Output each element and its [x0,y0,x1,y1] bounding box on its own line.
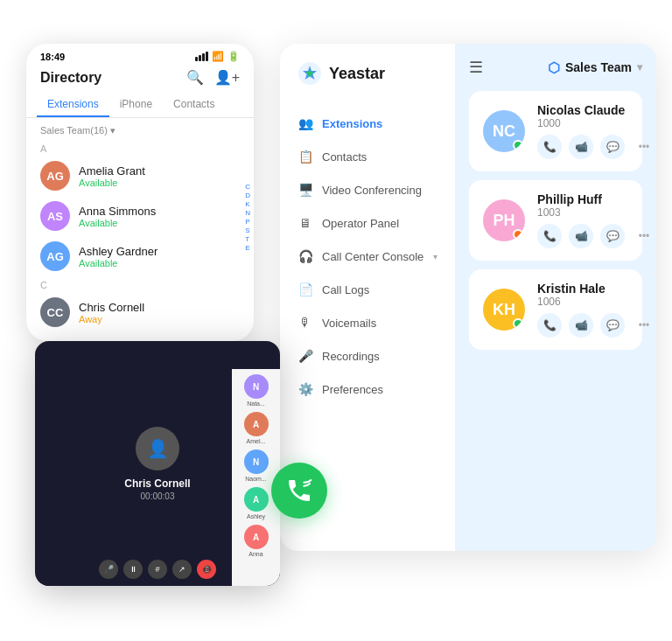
avatar: NC [483,110,525,152]
status-dot [513,140,523,150]
contact-name: Chris Cornell [79,301,144,314]
list-item[interactable]: CC Chris Cornell Away [26,292,254,332]
contact-ext: 1006 [537,296,656,308]
web-content-header: ☰ ⬡ Sales Team ▾ [469,58,642,77]
video-button[interactable]: 📹 [569,224,593,248]
phone-mockup: 18:49 📶 🔋 Directory 🔍 👤+ Extensions iPho… [26,44,254,341]
list-item[interactable]: AS Anna Simmons Available [26,196,254,236]
message-button[interactable]: 💬 [600,313,625,338]
sidebar-item-preferences[interactable]: ⚙️ Preferences [280,373,455,406]
small-web-mockup: Yeastar Extensions Sales Team ▾ ☰ ⊞ 👥 📋 … [35,341,280,586]
team-name: Sales Team [565,60,632,74]
hamburger-menu-icon[interactable]: ☰ [469,58,483,77]
sidebar-item-label: Recordings [322,350,380,363]
call-duration: 00:00:03 [141,491,175,501]
phone-directory-title: Directory [40,70,102,86]
contact-status: Available [79,178,145,188]
contact-card[interactable]: PH Phillip Huff 1003 📞 📹 💬 ••• [469,180,642,261]
side-avatar: A [244,525,269,549]
side-contact-item[interactable]: N Nata... [235,374,276,407]
team-chevron-icon: ▾ [637,61,642,73]
sidebar-item-recordings[interactable]: 🎤 Recordings [280,339,455,373]
video-button[interactable]: 📹 [569,313,593,338]
sidebar-item-label: Video Conferencing [322,184,422,197]
call-button[interactable]: 📞 [537,135,562,159]
call-button[interactable]: 📞 [537,224,562,248]
sidebar-item-contacts[interactable]: 📋 Contacts [280,140,455,173]
status-dot [513,318,523,329]
phone-alphabet-nav[interactable]: C D K N P S T E [245,184,250,252]
call-controls: 🎤 ⏸ # ↗ 📵 [99,560,216,579]
avatar: CC [40,297,70,327]
tab-iphone[interactable]: iPhone [109,93,163,117]
side-contact-item[interactable]: A Anna [235,525,276,557]
contact-name: Anna Simmons [79,205,156,218]
operator-icon: 🖥 [298,215,313,231]
sidebar-item-extensions[interactable]: 👥 Extensions [280,107,455,140]
contact-name: Nicolas Claude [537,103,656,117]
more-options-button[interactable]: ••• [632,135,656,159]
contact-actions: 📞 📹 💬 ••• [537,135,656,159]
search-icon[interactable]: 🔍 [186,69,204,86]
more-options-button[interactable]: ••• [632,313,656,338]
side-contact-item[interactable]: N Naom... [235,449,276,482]
sidebar-item-call-logs[interactable]: 📄 Call Logs [280,273,455,306]
sidebar-item-operator-panel[interactable]: 🖥 Operator Panel [280,206,455,240]
call-logs-icon: 📄 [298,282,313,297]
avatar: AS [40,201,70,231]
sidebar-item-call-center[interactable]: 🎧 Call Center Console ▾ [280,240,455,273]
side-avatar: N [244,374,269,399]
phone-section-label[interactable]: Sales Team(16) ▾ [26,118,254,140]
wifi-icon: 📶 [212,51,224,62]
hold-button[interactable]: ⏸ [123,560,143,579]
list-item[interactable]: AG Amelia Grant Available [26,156,254,196]
message-button[interactable]: 💬 [600,224,625,248]
team-selector[interactable]: ⬡ Sales Team ▾ [548,59,642,76]
transfer-button[interactable]: ↗ [172,560,192,579]
keypad-button[interactable]: # [148,560,167,579]
side-contact-item[interactable]: A Amel... [235,412,276,444]
contact-card[interactable]: NC Nicolas Claude 1000 📞 📹 💬 ••• [469,91,642,171]
side-contact-name: Naom... [245,476,267,482]
more-options-button[interactable]: ••• [632,224,656,248]
side-avatar: N [244,449,269,474]
battery-icon: 🔋 [228,51,240,62]
side-avatar: A [244,487,269,512]
small-web-content: 👥 📋 🖥 👤 Chris Cornell 00:00:03 🎤 ⏸ # ↗ 📵… [35,364,280,581]
tab-extensions[interactable]: Extensions [37,93,109,117]
video-button[interactable]: 📹 [569,135,593,159]
tab-contacts[interactable]: Contacts [163,93,225,117]
chevron-down-icon: ▾ [433,252,438,261]
sidebar-item-label: Extensions [322,117,382,130]
phone-call-fab[interactable] [271,463,327,519]
caller-name: Chris Cornell [124,477,190,490]
phone-group-c: C [26,276,254,292]
team-icon: ⬡ [548,59,560,76]
sidebar-item-label: Call Logs [322,283,369,296]
call-center-icon: 🎧 [298,248,313,264]
contact-actions: 📞 📹 💬 ••• [537,313,656,338]
video-icon: 🖥️ [298,182,313,198]
sidebar-item-label: Preferences [322,383,383,396]
avatar: KH [483,289,525,331]
contact-name: Ashley Gardner [79,245,158,258]
list-item[interactable]: AG Ashley Gardner Available [26,236,254,276]
contact-status: Available [79,258,158,268]
add-contact-icon[interactable]: 👤+ [214,69,240,86]
message-button[interactable]: 💬 [600,135,625,159]
side-contact-item[interactable]: A Ashley [235,487,276,519]
web-logo: Yeastar [280,61,455,107]
contact-name: Kristin Hale [537,282,656,296]
signal-bars-icon [195,52,208,61]
mute-button[interactable]: 🎤 [99,560,118,579]
contact-ext: 1003 [537,206,656,219]
call-button[interactable]: 📞 [537,313,562,338]
web-mockup: Yeastar 👥 Extensions 📋 Contacts 🖥️ Video… [280,44,656,551]
sidebar-item-video-conferencing[interactable]: 🖥️ Video Conferencing [280,173,455,206]
web-logo-text: Yeastar [329,65,385,83]
contacts-icon: 📋 [298,149,313,164]
sidebar-item-voicemails[interactable]: 🎙 Voicemails [280,306,455,339]
contact-card[interactable]: KH Kristin Hale 1006 📞 📹 💬 ••• [469,269,642,350]
end-call-button[interactable]: 📵 [197,560,216,579]
phone-call-fab-icon [285,477,313,505]
